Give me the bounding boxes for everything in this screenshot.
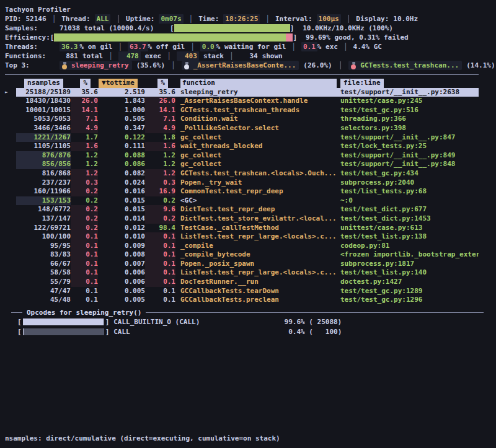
file-line-cell: test/test_gc.py:1289 (340, 287, 479, 296)
table-row[interactable]: 100/100 0.1 0.010 0.1 ListTest.test_repr… (5, 232, 479, 242)
pct-direct-cell: 0.1 (71, 232, 98, 242)
pct-cumulative-cell: 0.2 (145, 214, 175, 224)
column-header-pct-direct[interactable]: % (80, 79, 91, 88)
bar-close-bracket: ] (293, 33, 297, 42)
table-row[interactable]: 58/58 0.1 0.006 0.1 ListTest.test_repr_l… (5, 268, 479, 278)
pct-cumulative-cell: 0.2 (145, 196, 175, 206)
field-separator: │ (189, 14, 193, 24)
opcode-row: [] CALL 0.4% ( 100) (5, 327, 496, 337)
opcode-bar-fill (23, 318, 104, 325)
file-line-cell: ~:0 (340, 196, 479, 206)
file-line-cell: test/test_dict.py:677 (340, 205, 479, 214)
pct-direct-cell: 0.1 (71, 268, 98, 278)
pct-cumulative-cell: 1.2 (145, 160, 175, 169)
table-row[interactable]: 66/67 0.1 0.007 0.1 Popen._posix_spawn s… (5, 260, 479, 269)
bar-open-bracket: [ (170, 24, 174, 33)
pct-cumulative-cell: 0.1 (145, 232, 175, 242)
stat-separator: │ (108, 51, 113, 61)
pct-direct-cell: 0.2 (71, 214, 98, 224)
thread-stat: 0.0 % waiting for gil │ (200, 42, 301, 51)
pct-direct-cell: 0.2 (71, 224, 98, 233)
column-header-tottime-sorted[interactable]: ▼tottime (99, 79, 138, 88)
process-info-field: Uptime: 0m07s │ (126, 14, 198, 24)
tottime-cell: 0.006 (98, 268, 145, 278)
column-header-function[interactable]: function (180, 79, 337, 88)
tottime-cell: 0.007 (98, 260, 145, 269)
table-row[interactable]: 153/153 0.2 0.015 0.2 <GC> ~:0 (5, 196, 479, 206)
nsamples-cell: 137/147 (16, 214, 71, 224)
table-row[interactable]: 18430/18430 26.0 1.843 26.0 _AssertRaise… (5, 97, 479, 106)
table-row[interactable]: 816/868 1.2 0.082 1.2 GCTests.test_trash… (5, 169, 479, 178)
selection-arrow-icon: ► (5, 88, 16, 97)
table-row[interactable]: 10001/10015 14.1 1.000 14.1 GCTests.test… (5, 106, 479, 115)
pct-direct-cell: 1.7 (71, 133, 98, 143)
function-cell: _PollLikeSelector.select (175, 124, 340, 133)
table-row[interactable]: 137/147 0.2 0.014 0.2 DictTest.test_stor… (5, 214, 479, 224)
nsamples-cell: 856/856 (16, 160, 71, 169)
nsamples-cell: 47/47 (16, 287, 71, 296)
table-row[interactable]: ► 25188/25189 35.6 2.519 35.6 sleeping_r… (5, 88, 479, 97)
pct-cumulative-cell: 98.4 (145, 224, 175, 233)
tottime-cell: 0.014 (98, 214, 145, 224)
table-row[interactable]: 876/876 1.2 0.088 1.2 gc_collect test/su… (5, 151, 479, 160)
function-cell: wait_threads_blocked (175, 142, 340, 151)
opcode-percent: 0.4% ( 100) (255, 328, 342, 336)
functions-label: Functions: (5, 51, 60, 61)
table-row[interactable]: 148/6772 0.2 0.015 9.6 DictTest.test_rep… (5, 205, 479, 214)
table-row[interactable]: 83/83 0.1 0.008 0.1 _compile_bytecode <f… (5, 250, 479, 260)
pct-direct-cell: 35.6 (71, 88, 98, 97)
nsamples-cell: 18430/18430 (16, 97, 71, 106)
tottime-cell: 0.505 (98, 115, 145, 124)
samples-rate: 10.0KHz/10.0KHz (100%) (303, 24, 393, 33)
field-value: 52146 (26, 14, 46, 24)
profile-table: nsamples % ▼tottime % function file:line… (5, 79, 479, 305)
pct-direct-cell: 4.9 (71, 124, 98, 133)
stat-separator: │ (291, 42, 296, 51)
column-header-file-line[interactable]: file:line (340, 79, 384, 88)
file-line-cell: test/support/__init__.py:847 (340, 133, 479, 143)
tottime-cell: 0.005 (98, 287, 145, 296)
top3-label: Top 3: (5, 61, 60, 70)
table-row[interactable]: 95/95 0.1 0.009 0.1 _compile codeop.py:8… (5, 242, 479, 251)
selection-arrow-icon (5, 124, 16, 133)
top3-percent: (26.0%) (303, 61, 332, 70)
table-row[interactable]: 3466/3466 4.9 0.347 4.9 _PollLikeSelecto… (5, 124, 479, 133)
pct-direct-cell: 14.1 (71, 106, 98, 115)
top3-function-name: sleeping_retry (71, 61, 129, 70)
opcode-name: CALL_BUILTIN_O (CALL) (113, 318, 255, 326)
nsamples-cell: 25188/25189 (16, 88, 71, 97)
file-line-cell: subprocess.py:1817 (340, 260, 479, 269)
table-row[interactable]: 5053/5053 7.1 0.505 7.1 Condition.wait t… (5, 115, 479, 124)
table-row[interactable]: 122/69721 0.2 0.012 98.4 TestCase._callT… (5, 224, 479, 233)
table-row[interactable]: 856/856 1.2 0.086 1.2 gc_collect test/su… (5, 160, 479, 169)
top3-chip: sleeping_retry (60, 61, 132, 70)
thread-stat-suffix: % exc (317, 42, 338, 51)
function-cell: gc_collect (175, 133, 340, 143)
table-row[interactable]: 55/79 0.1 0.006 0.1 DocTestRunner.__run … (5, 278, 479, 287)
field-label: Time: (198, 14, 219, 24)
tottime-cell: 2.519 (98, 88, 145, 97)
selection-arrow-icon (5, 224, 16, 233)
selection-arrow-icon (5, 205, 16, 214)
column-header-nsamples[interactable]: nsamples (24, 79, 63, 88)
stat-separator: │ (339, 61, 343, 70)
thread-stat-suffix: % GC (365, 42, 382, 51)
table-row[interactable]: 1221/1267 1.7 0.122 1.8 gc_collect test/… (5, 133, 479, 143)
status-footer: nsamples: direct/cumulative (direct=exec… (5, 411, 280, 448)
pct-direct-cell: 1.2 (71, 151, 98, 160)
table-row[interactable]: 237/237 0.3 0.024 0.3 Popen._try_wait su… (5, 178, 479, 188)
tottime-cell: 1.843 (98, 97, 145, 106)
table-row[interactable]: 160/11966 0.2 0.016 16.9 CommonTest.test… (5, 187, 479, 196)
table-row[interactable]: 47/47 0.1 0.005 0.1 GCCallbackTests.tear… (5, 287, 479, 296)
threads-line: Threads: 36.3 % on gil │ 63.7 % off gil … (5, 42, 496, 51)
top3-entry: _AssertRaisesBaseConte... (26.0%) │ (182, 61, 349, 70)
table-row[interactable]: 45/48 0.1 0.005 0.1 GCCallbackTests.prec… (5, 296, 479, 305)
nsamples-cell: 160/11966 (16, 187, 71, 196)
column-header-pct-cumulative[interactable]: % (157, 79, 168, 88)
table-row[interactable]: 1105/1105 1.6 0.111 1.6 wait_threads_blo… (5, 142, 479, 151)
field-value: ALL (95, 14, 111, 24)
function-cell: Popen._posix_spawn (175, 260, 340, 269)
selection-arrow-icon (5, 142, 16, 151)
nsamples-cell: 83/83 (16, 250, 71, 260)
function-cell: <GC> (175, 196, 340, 206)
